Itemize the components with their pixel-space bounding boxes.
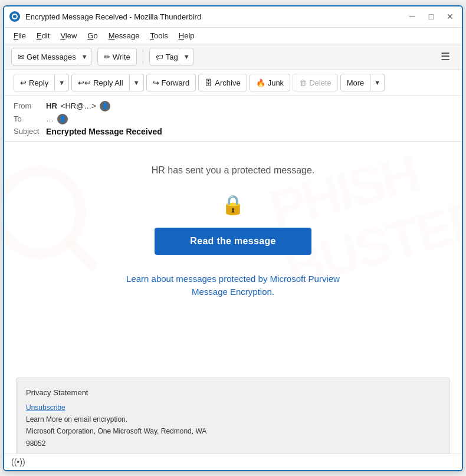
reply-group: ↩ Reply ▼ [14,74,69,91]
pencil-icon: ✏ [104,52,110,61]
menu-file[interactable]: File [9,30,31,41]
email-footer: Privacy Statement Unsubscribe Learn More… [16,377,450,454]
get-messages-dropdown[interactable]: ▼ [78,48,91,65]
minimize-button[interactable]: ─ [405,9,419,24]
email-content: PHISHBUSTER HR has sent you a protected … [4,142,462,377]
write-button[interactable]: ✏ Write [97,48,137,65]
email-header: From HR <HR@…> 👤 To … 👤 Subject Encrypte… [4,96,462,142]
more-button[interactable]: More [340,74,371,91]
menu-edit[interactable]: Edit [32,30,54,41]
to-value: … 👤 [46,114,68,124]
protected-message-text: HR has sent you a protected message. [152,165,315,176]
reply-icon: ↩ [20,78,27,87]
from-value: HR <HR@…> 👤 [46,101,110,111]
forward-button[interactable]: ↪ Forward [146,74,196,91]
zipcode: 98052 [26,438,440,449]
hamburger-menu[interactable]: ☰ [436,48,455,65]
status-icon: ((•)) [11,457,25,467]
subject-value: Encrypted Message Received [46,127,162,136]
from-label: From [14,101,46,110]
from-field: From HR <HR@…> 👤 [14,101,452,111]
window-controls: ─ □ ✕ [405,9,457,24]
reply-all-icon: ↩↩ [78,78,91,87]
reply-all-dropdown[interactable]: ▼ [130,74,144,91]
reply-all-button[interactable]: ↩↩ Reply All [71,74,130,91]
to-field: To … 👤 [14,114,452,124]
junk-icon: 🔥 [256,78,265,87]
menu-view[interactable]: View [55,30,81,41]
delete-button[interactable]: 🗑 Delete [293,74,338,91]
maximize-button[interactable]: □ [424,9,438,24]
menubar: File Edit View Go Message Tools Help [4,28,462,44]
window-title: Encrypted Message Received - Mozilla Thu… [25,12,405,21]
archive-button[interactable]: 🗄 Archive [198,74,247,91]
recipient-email: … [46,114,54,123]
app-icon [9,11,21,22]
get-messages-button[interactable]: ✉ Get Messages [11,48,79,65]
to-label: To [14,114,46,123]
main-toolbar: ✉ Get Messages ▼ ✏ Write 🏷 Tag ▼ ☰ [4,44,462,70]
privacy-title: Privacy Statement [26,386,440,399]
email-body: PHISHBUSTER HR has sent you a protected … [4,142,462,454]
unsubscribe-link[interactable]: Unsubscribe [26,403,65,412]
subject-label: Subject [14,127,46,136]
action-bar: ↩ Reply ▼ ↩↩ Reply All ▼ ↪ Forward 🗄 Arc… [4,70,462,96]
menu-help[interactable]: Help [174,30,199,41]
company-address: Microsoft Corporation, One Microsoft Way… [26,425,440,437]
app-window: Encrypted Message Received - Mozilla Thu… [3,5,463,471]
statusbar: ((•)) [4,454,462,470]
reply-button[interactable]: ↩ Reply [14,74,55,91]
sender-contact-icon[interactable]: 👤 [100,101,110,111]
forward-icon: ↪ [153,78,159,87]
learn-more-text: Learn More on email encryption. [26,413,440,425]
svg-point-2 [13,15,17,18]
more-dropdown[interactable]: ▼ [370,74,385,91]
subject-row: Subject Encrypted Message Received [14,127,452,136]
close-button[interactable]: ✕ [443,9,457,24]
delete-icon: 🗑 [299,78,307,87]
lock-icon: 🔒 [221,193,245,216]
sender-name: HR [46,101,57,110]
reply-dropdown[interactable]: ▼ [55,74,69,91]
envelope-icon: ✉ [18,52,24,61]
junk-button[interactable]: 🔥 Junk [250,74,290,91]
tag-dropdown[interactable]: ▼ [181,48,193,65]
reply-all-group: ↩↩ Reply All ▼ [71,74,143,91]
menu-tools[interactable]: Tools [145,30,172,41]
sender-email: <HR@…> [61,101,96,110]
email-inner: HR has sent you a protected message. 🔒 R… [4,142,462,323]
more-group: More ▼ [340,74,385,91]
menu-go[interactable]: Go [83,30,102,41]
titlebar: Encrypted Message Received - Mozilla Thu… [4,6,462,28]
tag-button[interactable]: 🏷 Tag [149,48,181,65]
archive-icon: 🗄 [205,78,212,87]
learn-link[interactable]: Learn about messages protected by Micros… [115,273,351,299]
recipient-contact-icon[interactable]: 👤 [57,114,68,124]
tag-icon: 🏷 [156,52,163,61]
read-message-button[interactable]: Read the message [155,228,311,255]
menu-message[interactable]: Message [104,30,145,41]
